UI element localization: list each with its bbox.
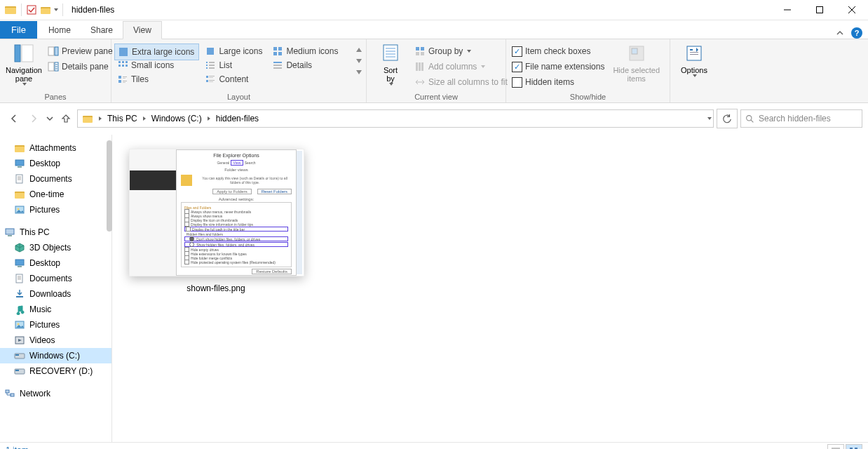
qat-dropdown-icon[interactable] — [54, 8, 58, 11]
sort-by-label: Sort by — [384, 66, 398, 83]
address-folder-icon — [82, 113, 93, 124]
layout-label: Details — [286, 60, 312, 70]
sidebar-this-pc[interactable]: This PC — [0, 224, 111, 240]
address-chevron-icon[interactable] — [143, 116, 146, 121]
item-check-boxes-checkbox[interactable]: ✓ Item check boxes — [509, 43, 609, 59]
layout-expand-icon[interactable] — [356, 70, 362, 74]
close-button[interactable] — [836, 0, 868, 20]
layout-scroll-up-icon[interactable] — [356, 48, 362, 52]
svg-point-84 — [18, 208, 20, 210]
sidebar-thispc-item[interactable]: RECOVERY (D:) — [0, 363, 111, 379]
qat-new-folder-icon[interactable] — [40, 4, 51, 15]
sidebar-thispc-item[interactable]: Videos — [0, 333, 111, 348]
address-bar[interactable]: This PC Windows (C:) hidden-files — [77, 109, 714, 128]
sidebar-quick-item[interactable]: One-time — [0, 187, 111, 202]
sidebar-thispc-item[interactable]: Pictures — [0, 317, 111, 333]
back-button[interactable] — [6, 110, 22, 127]
help-icon[interactable]: ? — [851, 27, 862, 39]
collapse-ribbon-icon[interactable] — [836, 29, 844, 37]
address-chevron-icon[interactable] — [99, 116, 102, 121]
svg-rect-47 — [209, 77, 213, 78]
layout-scroll-down-icon[interactable] — [356, 59, 362, 63]
small-icons-icon — [117, 60, 128, 71]
up-button[interactable] — [57, 110, 74, 127]
breadcrumb-segment[interactable]: hidden-files — [213, 114, 262, 123]
svg-rect-39 — [118, 76, 121, 79]
tab-file[interactable]: File — [0, 21, 37, 39]
svg-rect-43 — [123, 81, 127, 81]
hide-selected-items-button[interactable]: Hide selected items — [609, 41, 664, 84]
layout-tiles[interactable]: Tiles — [114, 72, 199, 87]
details-pane-button[interactable]: Details pane — [45, 59, 117, 74]
details-view-switch[interactable] — [827, 444, 844, 449]
layout-details[interactable]: Details — [269, 58, 342, 73]
navigation-pane-button[interactable]: Navigation pane — [3, 41, 45, 87]
refresh-button[interactable] — [717, 109, 738, 128]
layout-content[interactable]: Content — [202, 72, 266, 87]
forward-button[interactable] — [25, 110, 42, 127]
hidden-items-checkbox[interactable]: Hidden items — [509, 74, 609, 90]
sidebar-item-label: Desktop — [29, 159, 60, 168]
svg-rect-58 — [416, 52, 419, 55]
sidebar-thispc-item[interactable]: 3D Objects — [0, 240, 111, 255]
breadcrumb-segment[interactable]: Windows (C:) — [149, 114, 205, 123]
qat-properties-icon[interactable] — [26, 4, 37, 15]
layout-list[interactable]: List — [202, 58, 266, 73]
file-name-extensions-checkbox[interactable]: ✓ File name extensions — [509, 59, 609, 74]
address-chevron-icon[interactable] — [208, 116, 210, 121]
scrollbar-thumb[interactable] — [107, 140, 112, 232]
sidebar-thispc-item[interactable]: Desktop — [0, 255, 111, 271]
tab-view[interactable]: View — [123, 21, 162, 39]
sidebar-network[interactable]: Network — [0, 386, 111, 401]
chevron-down-icon — [481, 65, 485, 68]
ribbon: Navigation pane Preview pane Details pan… — [0, 39, 868, 103]
layout-large-icons[interactable]: Large icons — [202, 43, 266, 59]
layout-label: Large icons — [219, 46, 262, 56]
layout-label: Medium icons — [286, 46, 338, 56]
panes-group-label: Panes — [3, 93, 108, 102]
minimize-button[interactable] — [771, 0, 803, 20]
tab-home[interactable]: Home — [39, 22, 81, 39]
search-input[interactable]: Search hidden-files — [740, 109, 862, 128]
add-columns-button[interactable]: Add columns — [412, 59, 512, 74]
sort-by-button[interactable]: Sort by — [369, 41, 412, 87]
history-dropdown[interactable] — [45, 110, 55, 127]
folder-icon — [14, 173, 25, 185]
sidebar-quick-item[interactable]: Documents — [0, 171, 111, 187]
content-icon — [205, 74, 216, 85]
breadcrumb-segment[interactable]: This PC — [104, 114, 140, 123]
sidebar-item-label: Downloads — [29, 289, 71, 299]
navigation-pane-label: Navigation pane — [6, 66, 42, 83]
maximize-button[interactable] — [803, 0, 836, 20]
svg-rect-66 — [690, 49, 693, 51]
sidebar-quick-item[interactable]: Desktop — [0, 156, 111, 171]
sidebar-quick-item[interactable]: Pictures — [0, 202, 111, 217]
layout-group-label: Layout — [114, 93, 363, 102]
content-area[interactable]: File Explorer Options General View Searc… — [112, 135, 868, 442]
size-columns-button[interactable]: Size all columns to fit — [412, 74, 512, 90]
group-by-button[interactable]: Group by — [412, 43, 512, 59]
preview-pane-button[interactable]: Preview pane — [45, 43, 117, 59]
sidebar-thispc-item[interactable]: Downloads — [0, 286, 111, 302]
svg-rect-33 — [209, 65, 215, 66]
sidebar-thispc-item[interactable]: Music — [0, 302, 111, 317]
svg-rect-40 — [123, 76, 127, 77]
layout-medium-icons[interactable]: Medium icons — [269, 43, 342, 59]
address-dropdown-icon[interactable] — [707, 117, 712, 120]
sidebar-quick-item[interactable]: Attachments — [0, 140, 111, 156]
file-name-extensions-label: File name extensions — [525, 62, 604, 72]
sidebar-thispc-item[interactable]: Documents — [0, 271, 111, 286]
options-group-label — [673, 93, 715, 102]
file-item[interactable]: File Explorer Options General View Searc… — [129, 149, 303, 293]
sidebar-item-label: Videos — [29, 335, 55, 345]
svg-rect-42 — [118, 80, 121, 83]
icons-view-switch[interactable] — [846, 444, 862, 449]
svg-rect-20 — [273, 47, 277, 51]
tab-share[interactable]: Share — [81, 22, 123, 39]
layout-small-icons[interactable]: Small icons — [114, 58, 199, 73]
folder-icon — [14, 242, 25, 253]
svg-rect-68 — [690, 54, 698, 55]
sidebar-thispc-item[interactable]: Windows (C:) — [0, 348, 111, 363]
current-view-group-label: Current view — [369, 93, 503, 102]
options-button[interactable]: Options — [673, 41, 715, 79]
